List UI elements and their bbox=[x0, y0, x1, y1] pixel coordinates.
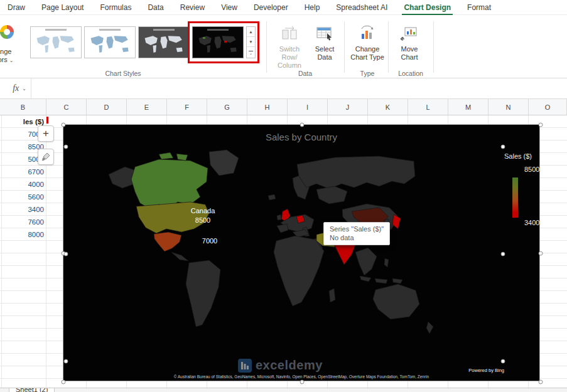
menu-bar: Draw Page Layout Formulas Data Review Vi… bbox=[0, 0, 567, 15]
change-chart-type-label-2: Chart Type bbox=[350, 53, 384, 61]
map-dot bbox=[203, 37, 205, 39]
column-header-g[interactable]: G bbox=[207, 99, 247, 115]
group-separator bbox=[266, 21, 267, 73]
cell-b6[interactable]: 4000 bbox=[0, 178, 44, 191]
plot-handle-mid-right[interactable] bbox=[501, 252, 505, 257]
gallery-more-chevron: ⌄ bbox=[249, 52, 252, 55]
move-chart-label-1: Move bbox=[401, 45, 418, 53]
move-chart-label-2: Chart bbox=[401, 53, 418, 61]
menu-help[interactable]: Help bbox=[305, 3, 320, 12]
menu-draw[interactable]: Draw bbox=[8, 3, 25, 12]
chart-style-3-thumbnail[interactable] bbox=[138, 26, 190, 58]
menu-page-layout[interactable]: Page Layout bbox=[41, 3, 84, 12]
chart-style-4-thumbnail-selected[interactable] bbox=[192, 26, 244, 58]
column-header-h[interactable]: H bbox=[247, 99, 288, 115]
cell-b5[interactable]: 6700 bbox=[0, 166, 44, 178]
location-group-label: Location bbox=[386, 70, 436, 77]
thumbnail-title-bar bbox=[207, 29, 229, 31]
column-header-n[interactable]: N bbox=[489, 99, 529, 115]
menu-spreadsheet-ai[interactable]: Spreadsheet AI bbox=[336, 3, 387, 12]
column-header-b[interactable]: B bbox=[0, 99, 46, 115]
chevron-down-icon[interactable]: ⌄ bbox=[22, 86, 26, 92]
column-header-k[interactable]: K bbox=[368, 99, 408, 115]
switch-row-column-label-2: Column bbox=[278, 61, 301, 69]
menu-view[interactable]: View bbox=[221, 3, 237, 12]
gallery-down-button[interactable]: ▼ bbox=[247, 37, 255, 47]
data-group-label: Data bbox=[274, 70, 337, 77]
fx-area: fx ⌄ bbox=[0, 78, 31, 98]
menu-chart-design[interactable]: Chart Design bbox=[404, 3, 451, 12]
chart-handle-top-center[interactable] bbox=[300, 123, 305, 127]
move-chart-button[interactable]: Move Chart bbox=[394, 25, 424, 61]
chart-style-1-thumbnail[interactable] bbox=[30, 26, 82, 58]
cell-b10[interactable]: 8000 bbox=[0, 228, 44, 241]
switch-row-column-icon bbox=[271, 25, 308, 45]
formula-input[interactable] bbox=[31, 78, 567, 98]
group-separator bbox=[388, 21, 389, 73]
change-chart-type-button[interactable]: Change Chart Type bbox=[348, 25, 387, 61]
cell-b1-sales-header[interactable]: les ($) bbox=[0, 115, 44, 128]
change-colors-label-1: ange bbox=[0, 48, 11, 55]
gallery-up-button[interactable]: ▲ bbox=[247, 27, 255, 37]
chart-handle-top-right[interactable] bbox=[539, 123, 543, 127]
column-header-f[interactable]: F bbox=[167, 99, 207, 115]
select-data-icon bbox=[310, 25, 339, 45]
chart-style-2-thumbnail[interactable] bbox=[84, 26, 136, 58]
fx-icon: fx bbox=[13, 83, 19, 93]
color-wheel-icon bbox=[0, 25, 14, 39]
chart-handle-bottom-left[interactable] bbox=[62, 380, 66, 384]
select-data-label-1: Select bbox=[315, 45, 335, 53]
column-header-row: B C D E F G H I J K L M N O bbox=[0, 99, 567, 115]
chart-handle-bottom-right[interactable] bbox=[539, 380, 543, 384]
group-separator bbox=[433, 21, 434, 73]
column-header-e[interactable]: E bbox=[127, 99, 167, 115]
cell-b9[interactable]: 7600 bbox=[0, 216, 44, 228]
column-header-c[interactable]: C bbox=[46, 99, 87, 115]
menu-developer[interactable]: Developer bbox=[254, 3, 288, 12]
cell-b7[interactable]: 5600 bbox=[0, 191, 44, 203]
legend-title: Sales ($) bbox=[504, 152, 532, 160]
mini-map-icon bbox=[195, 32, 242, 57]
plot-handle-top-right[interactable] bbox=[501, 145, 505, 149]
mini-map-icon bbox=[33, 32, 80, 57]
watermark-text: exceldemy bbox=[256, 358, 323, 373]
sheet-tab[interactable]: Sheet1 (2) bbox=[9, 388, 55, 392]
map-chart[interactable]: Sales by Country bbox=[63, 124, 540, 381]
switch-row-column-button[interactable]: Switch Row/ Column bbox=[271, 25, 308, 70]
exceldemy-logo-icon bbox=[238, 359, 252, 373]
menu-formulas[interactable]: Formulas bbox=[100, 3, 131, 12]
plot-handle-top-left[interactable] bbox=[64, 145, 68, 149]
mini-map-icon bbox=[141, 32, 188, 57]
plot-handle-bottom-left[interactable] bbox=[64, 359, 68, 364]
column-header-l[interactable]: L bbox=[408, 99, 448, 115]
chart-styles-brush-button[interactable] bbox=[38, 149, 54, 165]
column-header-d[interactable]: D bbox=[87, 99, 127, 115]
column-header-m[interactable]: M bbox=[448, 99, 489, 115]
thumbnail-title-bar bbox=[45, 29, 67, 31]
mini-map-icon bbox=[87, 32, 134, 57]
chart-handle-mid-right[interactable] bbox=[539, 252, 543, 256]
select-data-button[interactable]: Select Data bbox=[310, 25, 339, 61]
country-canada bbox=[131, 159, 208, 209]
menu-data[interactable]: Data bbox=[148, 3, 163, 12]
sheet-tab-bar: Sheet1 (2) bbox=[0, 388, 567, 392]
world-map-plot[interactable] bbox=[66, 147, 503, 361]
ribbon: ange lors ⌄ ▲ ▼ ⌄ Chart Styles bbox=[0, 15, 567, 78]
change-colors-button[interactable]: ange lors ⌄ bbox=[0, 25, 23, 65]
legend-min-value: 3400 bbox=[524, 219, 539, 226]
gallery-more-button[interactable]: ⌄ bbox=[247, 47, 255, 58]
column-header-o[interactable]: O bbox=[529, 99, 567, 115]
chart-handle-bottom-center[interactable] bbox=[300, 380, 305, 384]
plot-handle-mid-left[interactable] bbox=[64, 252, 68, 257]
series-name-range-marker bbox=[46, 117, 48, 124]
chart-elements-button[interactable]: + bbox=[38, 125, 54, 142]
cell-b8[interactable]: 3400 bbox=[0, 203, 44, 216]
menu-format[interactable]: Format bbox=[467, 3, 491, 12]
canada-data-label: Canada 8500 bbox=[191, 206, 215, 225]
column-header-i[interactable]: I bbox=[288, 99, 328, 115]
chevron-down-icon: ⌄ bbox=[9, 58, 14, 63]
column-header-j[interactable]: J bbox=[328, 99, 368, 115]
menu-review[interactable]: Review bbox=[180, 3, 205, 12]
plot-handle-bottom-right[interactable] bbox=[501, 359, 505, 364]
chart-handle-top-left[interactable] bbox=[62, 123, 66, 127]
